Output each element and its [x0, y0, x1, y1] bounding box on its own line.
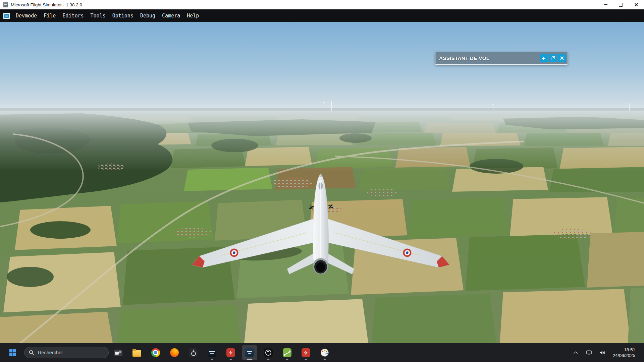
- flight-assistant-title: ASSISTANT DE VOL: [439, 55, 539, 61]
- clock-date: 24/06/2025: [612, 353, 635, 358]
- window-title: Microsoft Flight Simulator - 1.38.2.0: [11, 2, 82, 7]
- menu-options[interactable]: Options: [109, 11, 137, 20]
- paint-button[interactable]: [317, 345, 332, 360]
- camera-app-icon: [189, 348, 198, 357]
- taskbar: ✈ ✈: [0, 343, 644, 362]
- close-icon: [560, 56, 564, 60]
- system-tray: 18:51 24/06/2025: [570, 346, 641, 360]
- menu-file[interactable]: File: [40, 11, 59, 20]
- sky: [0, 22, 644, 111]
- windows-logo-icon: [9, 349, 16, 356]
- flight-addon-red-icon: ✈: [226, 348, 235, 357]
- msfs-2020-button[interactable]: [204, 345, 220, 360]
- chrome-button[interactable]: [148, 345, 163, 360]
- flight-addon-red-2-icon: ✈: [302, 348, 310, 357]
- speaker-icon: [599, 350, 606, 356]
- msfs-active-icon: [245, 348, 254, 357]
- devmode-icon: [3, 13, 10, 19]
- obs-studio-button[interactable]: [261, 345, 276, 360]
- menu-help[interactable]: Help: [183, 11, 202, 20]
- navmap-button[interactable]: [279, 345, 295, 360]
- msfs-active-button[interactable]: [242, 345, 257, 360]
- search-icon: [29, 350, 34, 355]
- window-controls: [598, 0, 644, 9]
- navmap-icon: [283, 348, 291, 357]
- search-input[interactable]: [37, 350, 96, 356]
- close-panel-button[interactable]: [558, 54, 566, 62]
- close-icon[interactable]: [629, 0, 644, 9]
- start-button[interactable]: [5, 345, 20, 360]
- menu-camera[interactable]: Camera: [159, 11, 183, 20]
- network-display-icon: [586, 350, 592, 356]
- maximize-icon[interactable]: [613, 0, 629, 9]
- popout-button[interactable]: [549, 54, 557, 62]
- devmode-menubar: Devmode File Editors Tools Options Debug…: [0, 9, 644, 22]
- obs-studio-icon: [264, 348, 273, 357]
- popout-icon: [551, 56, 555, 60]
- left-roundel: [230, 249, 238, 257]
- exhaust: [316, 262, 325, 272]
- simulator-viewport[interactable]: N N ASSISTANT DE VOL: [0, 22, 644, 343]
- hidden-icons-button[interactable]: [570, 346, 581, 359]
- chrome-icon: [151, 348, 160, 357]
- menu-editors[interactable]: Editors: [59, 11, 87, 20]
- msfs-2020-icon: [208, 348, 216, 357]
- add-button[interactable]: [540, 54, 548, 62]
- virtual-desktops-button[interactable]: [110, 345, 126, 360]
- menu-debug[interactable]: Debug: [137, 11, 159, 20]
- horizon-haze: [0, 111, 644, 171]
- file-explorer-icon: [132, 350, 141, 357]
- firefox-icon: [170, 348, 179, 357]
- desktop-screen: Microsoft Flight Simulator - 1.38.2.0 De…: [0, 0, 644, 362]
- volume-button[interactable]: [597, 346, 608, 359]
- taskbar-search[interactable]: [24, 347, 109, 358]
- flight-addon-red-2-button[interactable]: ✈: [298, 345, 314, 360]
- minimize-icon[interactable]: [598, 0, 613, 9]
- virtual-desktops-icon: [114, 350, 122, 356]
- file-explorer-button[interactable]: [129, 345, 145, 360]
- firefox-button[interactable]: [167, 345, 182, 360]
- chevron-up-icon: [573, 350, 578, 355]
- window-titlebar: Microsoft Flight Simulator - 1.38.2.0: [0, 0, 644, 9]
- simulator-scene[interactable]: N N: [0, 22, 644, 343]
- network-button[interactable]: [583, 346, 595, 359]
- flight-addon-red-button[interactable]: ✈: [223, 345, 238, 360]
- right-roundel: [403, 249, 412, 257]
- clock-time: 18:51: [612, 347, 635, 353]
- flight-assistant-panel[interactable]: ASSISTANT DE VOL: [435, 52, 568, 65]
- app-icon: [3, 2, 8, 7]
- camera-app-button[interactable]: [185, 345, 201, 360]
- plus-icon: [542, 56, 546, 60]
- taskbar-clock[interactable]: 18:51 24/06/2025: [610, 346, 638, 360]
- menu-devmode[interactable]: Devmode: [12, 11, 40, 20]
- paint-icon: [320, 348, 329, 357]
- menu-tools[interactable]: Tools: [87, 11, 109, 20]
